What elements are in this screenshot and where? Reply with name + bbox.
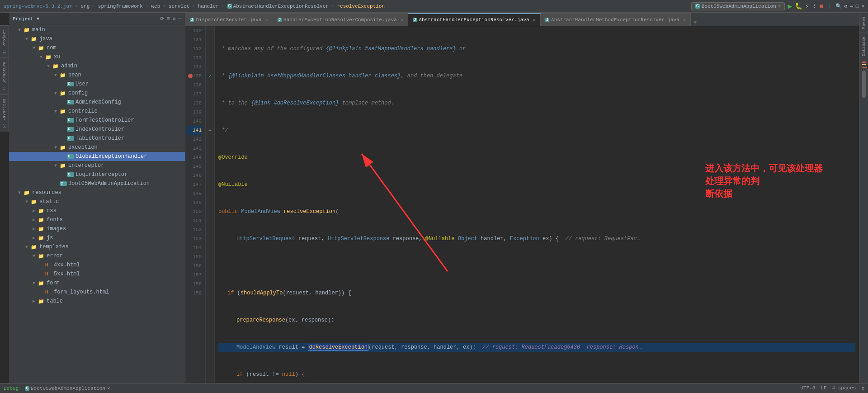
project-tree: Project ▼ ⟳ ≡ ⚙ — ▼ 📁 main ▼ 📁 java (9, 13, 185, 383)
tree-exception[interactable]: ▼ 📁 exception (9, 143, 185, 152)
more-tabs[interactable]: ▼ (691, 19, 699, 26)
line-sep-status: LF (821, 385, 826, 391)
favorites-tool[interactable]: 2: Favorites (0, 95, 9, 132)
database-tool[interactable]: Database (860, 33, 868, 60)
tree-com[interactable]: ▼ 📁 com (9, 43, 185, 52)
tree-form[interactable]: ▼ 📁 form (9, 279, 185, 288)
tree-js[interactable]: ▶ 📁 js (9, 233, 185, 242)
breadcrumb-jar[interactable]: spring-webmvc-5.3.2.jar (4, 4, 72, 9)
settings-icon[interactable]: ⚙ (173, 16, 176, 22)
tree-css[interactable]: ▶ 📁 css (9, 206, 185, 215)
code-line-136: public ModelAndView resolveException( (218, 207, 855, 216)
tree-globalexceptionhandler[interactable]: C GlobalExceptionHandler (9, 152, 185, 161)
settings-gear[interactable]: ⚙ (861, 385, 864, 391)
code-line-133: */ (218, 126, 855, 135)
code-line-138 (218, 261, 855, 270)
tree-4xx[interactable]: H 4xx.html (9, 260, 185, 270)
tree-formtestcontroller[interactable]: C FormTestController (9, 116, 185, 125)
tree-bean[interactable]: ▼ 📁 bean (9, 71, 185, 80)
breadcrumb-bar: spring-webmvc-5.3.2.jar › org › springfr… (0, 0, 868, 13)
tree-config[interactable]: ▼ 📁 config (9, 89, 185, 98)
warning-indicator (862, 64, 866, 65)
tree-tablecontroller[interactable]: C TableController (9, 134, 185, 143)
sync-icon[interactable]: ⟳ (160, 16, 164, 22)
more-run-options[interactable]: ⋮ (812, 3, 817, 9)
scroll-thumb[interactable] (862, 71, 866, 98)
tree-form-layouts[interactable]: H form_layouts.html (9, 288, 185, 297)
breadcrumb-handler[interactable]: handler (198, 4, 219, 9)
indent-status: 4 spaces (832, 385, 856, 391)
line-numbers: 130 131 132 133 134 135 136 137 138 139 … (185, 26, 206, 383)
tree-boot05[interactable]: C Boot05WebAdminApplication (9, 179, 185, 188)
project-tool[interactable]: 1: Project (0, 25, 9, 57)
breadcrumb-servlet[interactable]: servlet (169, 4, 189, 9)
code-line-130: * matches any of the configured {@linkpl… (218, 44, 855, 53)
close-window-button[interactable]: ✕ (861, 3, 864, 9)
tree-main[interactable]: ▼ 📁 main (9, 25, 185, 34)
editor-gutter: ✓ → (206, 26, 215, 383)
tab-handlerexceptionresolvercomposite[interactable]: J HandlerExceptionResolverComposite.java… (273, 13, 408, 26)
tree-indexcontroller[interactable]: C IndexController (9, 125, 185, 134)
tree-interceptor[interactable]: ▼ 📁 interceptor (9, 161, 185, 170)
breadcrumb-springframework[interactable]: springframework (98, 4, 143, 9)
search-button[interactable]: 🔍 (835, 3, 842, 9)
tab-abstracthandlermethodexceptionresolver[interactable]: J AbstractHandlerMethodExceptionResolver… (541, 13, 691, 26)
tree-xu[interactable]: ▼ 📁 xu (9, 52, 185, 62)
tab-abstracthandlerexceptionresolver[interactable]: J AbstractHandlerExceptionResolver.java … (408, 13, 541, 26)
code-line-142: if (result != null) { (218, 370, 855, 379)
run-button[interactable]: ▶ (788, 2, 792, 11)
tree-templates[interactable]: ▼ 📁 templates (9, 242, 185, 251)
breadcrumb-org[interactable]: org (80, 4, 90, 9)
stop-button[interactable]: ■ (820, 3, 823, 10)
tab-dispatcherservlet[interactable]: J DispatcherServlet.java ✕ (185, 13, 273, 26)
encoding-status: UTF-8 (800, 385, 815, 391)
tree-user[interactable]: C User (9, 80, 185, 89)
toolbar-sep: | (828, 4, 831, 9)
breadcrumb-method[interactable]: resolveException (337, 4, 385, 9)
debug-app-info[interactable]: C Boot05WebAdminApplication (25, 386, 105, 391)
tree-table[interactable]: ▶ 📁 table (9, 297, 185, 306)
close-icon[interactable]: — (178, 16, 181, 22)
breadcrumb-class[interactable]: C AbstractHandlerExceptionResolver (227, 4, 329, 9)
breadcrumb-web[interactable]: web (151, 4, 160, 9)
coverage-button[interactable]: ⚡ (805, 2, 809, 10)
code-line-135: @Nullable (218, 180, 855, 189)
editor-area: J DispatcherServlet.java ✕ J HandlerExce… (185, 13, 859, 383)
code-line-134: @Override (218, 153, 855, 162)
tree-java[interactable]: ▼ 📁 java (9, 34, 185, 43)
status-bar-right: UTF-8 LF 4 spaces ⚙ (800, 385, 864, 391)
code-line-140: prepareResponse(ex, response); (218, 316, 855, 325)
code-editor[interactable]: 130 131 132 133 134 135 136 137 138 139 … (185, 26, 859, 383)
run-config-dropdown[interactable]: C Boot05WebAdminApplication ▼ (691, 2, 785, 10)
tree-5xx[interactable]: H 5xx.html (9, 270, 185, 279)
tree-resources[interactable]: ▼ 📁 resources (9, 188, 185, 197)
scroll-indicator (862, 60, 866, 383)
minimize-button[interactable]: — (850, 4, 853, 9)
code-line-132: * to the {@link #doResolveException} tem… (218, 99, 855, 108)
tree-logininterceptor[interactable]: C LoginInterceptor (9, 170, 185, 179)
debug-button[interactable]: 🐛 (795, 2, 802, 10)
settings-button[interactable]: ⚙ (844, 3, 848, 9)
code-line-137: HttpServletRequest request, HttpServletR… (218, 234, 855, 243)
right-toolbox: Maven Database (859, 13, 868, 383)
tree-fonts[interactable]: ▶ 📁 fonts (9, 215, 185, 224)
code-line-141: ModelAndView result = doResolveException… (218, 343, 855, 352)
tab-bar: J DispatcherServlet.java ✕ J HandlerExce… (185, 13, 859, 26)
code-text[interactable]: * matches any of the configured {@linkpl… (215, 26, 859, 383)
collapse-icon[interactable]: ≡ (167, 16, 170, 22)
maximize-button[interactable]: □ (856, 4, 859, 9)
structure-tool[interactable]: 7: Structure (0, 57, 9, 95)
debug-close[interactable]: ✕ (107, 385, 110, 391)
error-mark (862, 67, 867, 68)
maven-tool[interactable]: Maven (860, 13, 868, 33)
project-tree-header: Project ▼ ⟳ ≡ ⚙ — (9, 13, 185, 25)
debug-label: Debug: (4, 386, 22, 391)
tree-static[interactable]: ▼ 📁 static (9, 197, 185, 206)
tree-images[interactable]: ▶ 📁 images (9, 224, 185, 233)
code-line-131: * {@linkplain #setMappedHandlerClasses h… (218, 71, 855, 80)
tree-controlle[interactable]: ▼ 📁 controlle (9, 107, 185, 116)
tree-admin[interactable]: ▼ 📁 admin (9, 62, 185, 71)
tree-error[interactable]: ▼ 📁 error (9, 251, 185, 260)
tree-adminwebconfig[interactable]: C AdminWebConfig (9, 98, 185, 107)
debug-bar: Debug: C Boot05WebAdminApplication ✕ UTF… (0, 383, 868, 393)
